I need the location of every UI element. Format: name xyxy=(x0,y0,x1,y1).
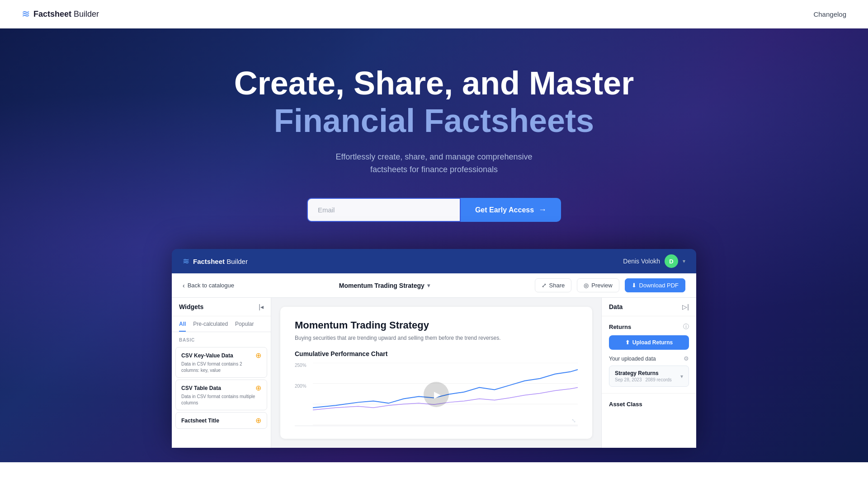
hero-cta: Get Early Access → xyxy=(307,198,561,222)
widget-name: Factsheet Title xyxy=(181,418,219,424)
hero-subtitle: Effortlessly create, share, and manage c… xyxy=(321,150,547,177)
resize-handle[interactable]: ⤡ xyxy=(571,418,576,424)
back-arrow-icon: ‹ xyxy=(183,282,185,289)
uploaded-data-label: Your uploaded data xyxy=(609,356,656,362)
section-label-basic: BASIC xyxy=(172,332,271,345)
y-axis-label-200: 200% xyxy=(295,384,307,389)
asset-class-title: Asset Class xyxy=(609,401,642,408)
factsheet-title: Momentum Trading Strategy xyxy=(295,319,578,331)
chevron-down-icon: ▾ xyxy=(680,373,683,380)
data-panel: Data ▷| Returns ⓘ ⬆ Upload Returns Your … xyxy=(601,298,696,448)
widget-name: CSV Key-Value Data xyxy=(181,352,233,359)
tab-popular[interactable]: Popular xyxy=(235,321,254,332)
chevron-down-icon: ▾ xyxy=(427,282,430,289)
asset-class-section: Asset Class xyxy=(602,394,696,414)
widgets-tabs: All Pre-calculated Popular xyxy=(172,316,271,332)
widget-name: CSV Table Data xyxy=(181,385,221,391)
widgets-panel: Widgets |◂ All Pre-calculated Popular BA… xyxy=(172,298,271,448)
widget-item-csv-key-value[interactable]: CSV Key-Value Data ⊕ Data in CSV format … xyxy=(175,347,267,378)
share-icon: ⤢ xyxy=(542,282,547,289)
widget-description: Data in CSV format contains multiple col… xyxy=(181,394,261,406)
data-item-name: Strategy Returns xyxy=(615,370,680,376)
logo-text: Factsheet Builder xyxy=(33,9,99,19)
logo-icon: ≋ xyxy=(22,8,30,20)
app-toolbar: ‹ Back to catalogue Momentum Trading Str… xyxy=(172,273,696,298)
factsheet-description: Buying securities that are trending upwa… xyxy=(295,335,578,341)
app-logo: ≋ Factsheet Builder xyxy=(183,256,248,266)
preview-button[interactable]: ◎ Preview xyxy=(577,278,619,292)
data-panel-header: Data ▷| xyxy=(602,298,696,316)
widgets-title: Widgets xyxy=(179,303,203,310)
download-icon: ⬇ xyxy=(632,282,637,289)
widget-item-factsheet-title[interactable]: Factsheet Title ⊕ xyxy=(175,412,267,429)
arrow-icon: → xyxy=(538,205,547,215)
app-preview: ≋ Factsheet Builder Denis Volokh D ▾ ‹ B… xyxy=(172,249,696,448)
logo: ≋ Factsheet Builder xyxy=(22,8,99,20)
changelog-link[interactable]: Changelog xyxy=(813,10,846,18)
widget-description: Data in CSV format contains 2 columns: k… xyxy=(181,361,261,374)
user-avatar: D xyxy=(665,254,678,268)
strategy-returns-item[interactable]: Strategy Returns Sep 28, 2023 2089 recor… xyxy=(609,366,689,387)
share-button[interactable]: ⤢ Share xyxy=(535,278,572,292)
get-early-access-button[interactable]: Get Early Access → xyxy=(461,198,561,222)
chevron-down-icon: ▾ xyxy=(683,258,685,264)
app-body: Widgets |◂ All Pre-calculated Popular BA… xyxy=(172,298,696,448)
upload-icon: ⬆ xyxy=(625,339,630,346)
y-axis-label-250: 250% xyxy=(295,363,307,368)
app-logo-icon: ≋ xyxy=(183,256,189,266)
toolbar-actions: ⤢ Share ◎ Preview ⬇ Download PDF xyxy=(535,278,685,292)
returns-title: Returns xyxy=(609,324,631,330)
tab-all[interactable]: All xyxy=(179,321,186,332)
returns-section: Returns ⓘ ⬆ Upload Returns Your uploaded… xyxy=(602,316,696,394)
tab-precalculated[interactable]: Pre-calculated xyxy=(193,321,228,332)
app-navigation: ≋ Factsheet Builder Denis Volokh D ▾ xyxy=(172,249,696,273)
add-widget-icon[interactable]: ⊕ xyxy=(255,384,261,392)
upload-returns-button[interactable]: ⬆ Upload Returns xyxy=(609,335,689,350)
user-menu[interactable]: Denis Volokh D ▾ xyxy=(623,254,685,268)
user-name: Denis Volokh xyxy=(623,258,660,265)
email-input[interactable] xyxy=(307,198,461,222)
widgets-header: Widgets |◂ xyxy=(172,298,271,316)
data-item-meta: Sep 28, 2023 2089 records xyxy=(615,377,680,382)
collapse-panel-icon[interactable]: |◂ xyxy=(259,303,264,310)
factsheet-card: Momentum Trading Strategy Buying securit… xyxy=(280,307,592,439)
download-pdf-button[interactable]: ⬇ Download PDF xyxy=(625,278,685,292)
play-button[interactable]: ▶ xyxy=(424,382,449,407)
main-canvas: Momentum Trading Strategy Buying securit… xyxy=(271,298,601,448)
back-to-catalogue-button[interactable]: ‹ Back to catalogue xyxy=(183,282,234,289)
eye-icon: ◎ xyxy=(584,282,589,289)
settings-icon[interactable]: ⚙ xyxy=(684,355,689,362)
add-widget-icon[interactable]: ⊕ xyxy=(255,351,261,360)
add-widget-icon[interactable]: ⊕ xyxy=(255,416,261,425)
top-navigation: ≋ Factsheet Builder Changelog xyxy=(0,0,868,28)
hero-title: Create, Share, and Master Financial Fact… xyxy=(234,65,634,140)
info-icon[interactable]: ⓘ xyxy=(683,323,689,331)
expand-panel-icon[interactable]: ▷| xyxy=(682,303,689,310)
document-title[interactable]: Momentum Trading Strategy ▾ xyxy=(339,282,430,289)
chart-section-title: Cumulative Performance Chart xyxy=(295,350,578,357)
widget-item-csv-table[interactable]: CSV Table Data ⊕ Data in CSV format cont… xyxy=(175,380,267,410)
play-icon: ▶ xyxy=(434,389,441,400)
hero-section: Create, Share, and Master Financial Fact… xyxy=(0,28,868,462)
data-panel-title: Data xyxy=(609,303,623,310)
performance-chart: 250% 200% xyxy=(295,363,578,426)
